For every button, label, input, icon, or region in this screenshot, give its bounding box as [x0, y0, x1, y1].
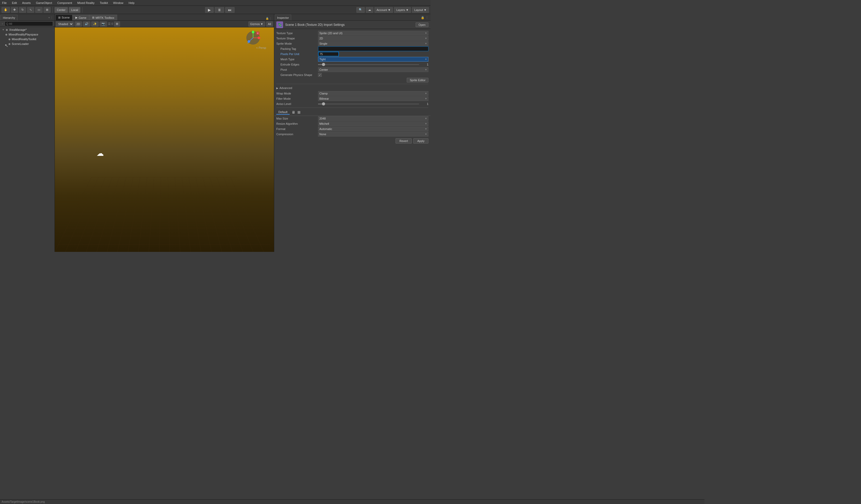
scene-lock-icon: 🔒: [265, 17, 269, 20]
inspector-lock-icon[interactable]: 🔒: [421, 16, 424, 19]
apply-button[interactable]: Apply: [413, 138, 428, 144]
texture-shape-value: 2D: [319, 37, 323, 40]
hierarchy-tab[interactable]: Hierarchy: [1, 15, 17, 21]
wrap-mode-label: Wrap Mode: [276, 92, 318, 95]
menu-window[interactable]: Window: [112, 1, 124, 4]
hierarchy-add-icon[interactable]: +: [2, 22, 3, 25]
game-tab-icon: ▶: [76, 16, 78, 19]
resize-algo-value: Mitchell: [319, 122, 329, 125]
extrude-slider-track[interactable]: [318, 64, 419, 65]
inspector-tab[interactable]: Inspector: [275, 15, 291, 21]
xrea-icon: ⊕: [6, 28, 8, 31]
center-button[interactable]: Center: [55, 7, 68, 13]
playspace-icon: ⊕: [5, 33, 7, 36]
menu-component[interactable]: Component: [56, 1, 73, 4]
platform-default-tab[interactable]: Default: [276, 110, 290, 114]
hand-tool-button[interactable]: ✋: [2, 7, 10, 13]
menu-toolkit[interactable]: Toolkit: [99, 1, 109, 4]
open-button[interactable]: Open: [415, 23, 428, 27]
resize-algo-arrow: ▼: [425, 122, 427, 125]
resize-algo-select[interactable]: Mitchell ▼: [318, 121, 428, 126]
gizmos-button[interactable]: Gizmos ▼: [248, 22, 265, 27]
hierarchy-options-btn[interactable]: ⋮: [50, 16, 53, 19]
transform-tool-button[interactable]: ⊞: [44, 7, 51, 13]
shading-select[interactable]: Shaded: [56, 22, 73, 27]
scale-tool-button[interactable]: ⤡: [27, 7, 34, 13]
sprite-mode-arrow: ▼: [425, 42, 427, 45]
advanced-section-header[interactable]: ▶ Advanced: [274, 85, 430, 91]
main-layout: Hierarchy + ⋮ + ▼ ⊕ XreaManage* ⋮ ⊕ Mixe…: [0, 14, 430, 252]
extrude-edges-label: Extrude Edges: [276, 63, 318, 66]
mrtk-toolbox-tab[interactable]: ⊞ MRTK Toolbox: [89, 15, 117, 21]
xrea-options[interactable]: ⋮: [52, 28, 55, 31]
menu-assets[interactable]: Assets: [21, 1, 32, 4]
pivot-value: Center: [319, 68, 328, 71]
search-button[interactable]: 🔍: [356, 7, 365, 13]
scene-view[interactable]: Y X Z × < Persp ☁: [55, 27, 274, 252]
hierarchy-search-input[interactable]: [5, 22, 53, 26]
hierarchy-item-xrea[interactable]: ▼ ⊕ XreaManage* ⋮: [0, 27, 55, 32]
hierarchy-item-sceneloader[interactable]: ⊕ SceneLoader: [0, 41, 55, 46]
max-size-arrow: ▼: [425, 117, 427, 120]
move-tool-button[interactable]: ✥: [11, 7, 18, 13]
revert-button[interactable]: Revert: [396, 138, 412, 144]
texture-shape-select[interactable]: 2D ▼: [318, 36, 428, 41]
sprite-mode-select[interactable]: Single ▼: [318, 41, 428, 46]
menu-file[interactable]: File: [1, 1, 8, 4]
pause-button[interactable]: ⏸: [215, 7, 224, 13]
layers-button[interactable]: Layers▼: [394, 7, 411, 13]
audio-button[interactable]: 🔊: [83, 22, 90, 27]
hierarchy-item-toolkit[interactable]: ⊕ MixedRealityToolkit: [0, 37, 55, 41]
layout-button[interactable]: Layout▼: [412, 7, 429, 13]
2d-button[interactable]: 2D: [74, 22, 82, 27]
pivot-row: Pivot Center ▼: [274, 67, 430, 72]
pivot-select[interactable]: Center ▼: [318, 67, 428, 72]
account-button[interactable]: Account▼: [374, 7, 393, 13]
sprite-editor-button[interactable]: Sprite Editor: [407, 78, 428, 82]
camera-button[interactable]: 📷: [100, 22, 107, 27]
menu-mixed-reality[interactable]: Mixed Reality: [76, 1, 95, 4]
hierarchy-tabs: Hierarchy + ⋮: [0, 14, 55, 21]
scene-tab[interactable]: ⊞ Scene: [55, 15, 72, 21]
scene-options-btn[interactable]: ⋮: [269, 17, 272, 20]
menu-help[interactable]: Help: [127, 1, 136, 4]
menu-edit[interactable]: Edit: [11, 1, 18, 4]
toolbar-sep-1: [52, 7, 53, 13]
hierarchy-item-playspace[interactable]: ⊕ MixedRealityPlayspace: [0, 32, 55, 37]
generate-physics-checkbox[interactable]: ✓: [318, 73, 322, 77]
aniso-slider-track[interactable]: [318, 104, 419, 105]
inspector-options-btn[interactable]: ⋮: [425, 16, 428, 19]
texture-type-select[interactable]: Sprite (2D and UI) ▼: [318, 31, 428, 36]
all-button[interactable]: All: [266, 22, 273, 27]
local-button[interactable]: Local: [69, 7, 80, 13]
pixels-per-unit-input[interactable]: [318, 52, 339, 56]
format-select[interactable]: Automatic ▼: [318, 126, 428, 131]
game-tab[interactable]: ▶ Game: [72, 15, 89, 21]
rect-tool-button[interactable]: ▭: [35, 7, 42, 13]
mesh-type-select[interactable]: Tight ▼: [318, 57, 428, 62]
step-button[interactable]: ⏭: [225, 7, 235, 13]
aniso-level-slider[interactable]: 1: [318, 102, 428, 106]
advanced-label: Advanced: [279, 86, 292, 90]
rotate-tool-button[interactable]: ↻: [19, 7, 26, 13]
inspector-asset-title: Scene 1 Book (Texture 2D) Import Setting…: [285, 23, 413, 27]
extrude-edges-value: 1: [421, 63, 428, 66]
max-size-select[interactable]: 2048 ▼: [318, 116, 428, 121]
hierarchy-add-btn[interactable]: +: [48, 16, 50, 19]
play-button[interactable]: ▶: [205, 7, 214, 13]
layers-arrow: ▼: [406, 8, 409, 12]
filter-mode-select[interactable]: Bilinear ▼: [318, 96, 428, 101]
menu-gameobject[interactable]: GameObject: [35, 1, 53, 4]
wrap-mode-select[interactable]: Clamp ▼: [318, 91, 428, 96]
platform-monitor-icon[interactable]: 🖥: [292, 110, 295, 114]
packing-tag-input[interactable]: [318, 46, 428, 51]
compression-select[interactable]: None ▼: [318, 132, 428, 136]
platform-windows-icon[interactable]: ⊞: [298, 110, 301, 114]
cloud-button[interactable]: ☁: [366, 7, 373, 13]
platform-tabs: Default 🖥 ⊞: [274, 109, 430, 116]
effects-button[interactable]: ✨: [91, 22, 99, 27]
toolkit-icon: ⊕: [8, 38, 11, 41]
layout-select-btn[interactable]: ⊞: [114, 22, 120, 27]
action-buttons: Revert Apply: [274, 137, 430, 145]
extrude-edges-slider[interactable]: 1: [318, 63, 428, 66]
